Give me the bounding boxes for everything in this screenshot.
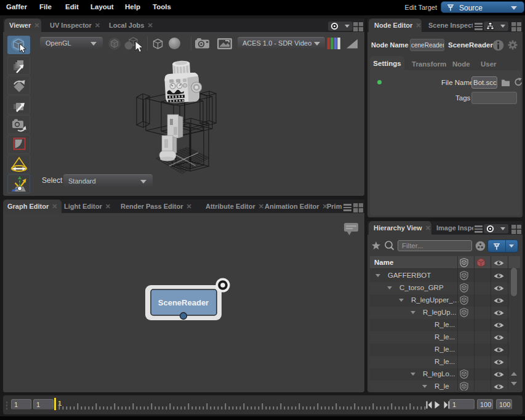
- svg-text:SceneReader: SceneReader: [158, 298, 209, 307]
